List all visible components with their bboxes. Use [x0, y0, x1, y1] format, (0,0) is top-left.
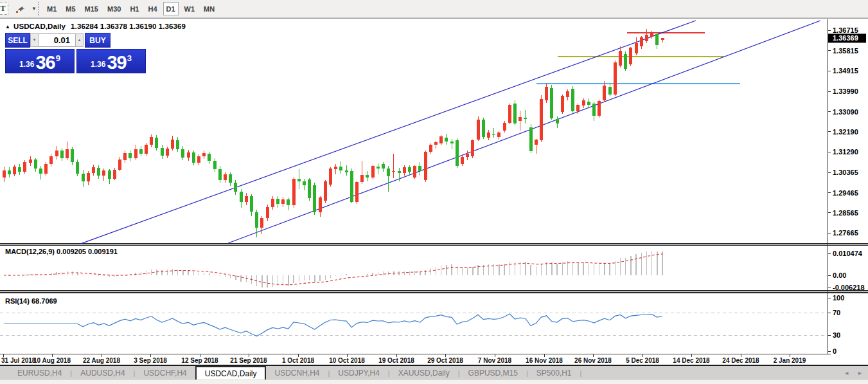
chart-tab-usdjpy[interactable]: USDJPY,H4 — [330, 366, 387, 379]
chart-tab-usdcnh[interactable]: USDCNH,H4 — [266, 366, 328, 379]
candle-body — [640, 37, 643, 46]
candle-body — [450, 142, 454, 143]
candle-body — [635, 43, 638, 53]
candle-body — [34, 160, 37, 169]
candle-body — [350, 171, 353, 202]
candle-body — [76, 162, 79, 173]
candle-body — [503, 123, 506, 131]
chart-tab-usdchf[interactable]: USDCHF,H4 — [135, 366, 195, 379]
candle-body — [614, 62, 617, 95]
macd-signal-line — [4, 254, 662, 285]
toolbar-separator — [38, 2, 40, 15]
candle-body — [118, 160, 121, 169]
candle-body — [424, 152, 427, 181]
candle-body — [403, 167, 406, 173]
date-axis-label: 26 Nov 2018 — [574, 357, 612, 364]
candle-body — [71, 149, 74, 162]
candle-body — [60, 151, 64, 158]
timeframe-button-mn[interactable]: MN — [200, 2, 218, 15]
candle-body — [39, 169, 42, 174]
status-strip — [0, 379, 868, 384]
candle-body — [508, 105, 511, 122]
candle-body — [250, 196, 253, 212]
toolbar-dropdown-caret[interactable]: ▼ — [30, 3, 38, 15]
channel-upper-trendline[interactable] — [80, 21, 696, 244]
candle-body — [255, 212, 258, 228]
candle-body — [650, 33, 653, 37]
timeframe-button-m5[interactable]: M5 — [62, 2, 78, 15]
timeframe-button-m15[interactable]: M15 — [82, 2, 102, 15]
candle-body — [49, 156, 53, 163]
candle-body — [329, 169, 332, 185]
sell-price-box[interactable]: 1.36 36 9 — [5, 49, 75, 73]
candle-body — [482, 120, 485, 136]
tab-scroll-left-icon[interactable]: ◄ — [844, 370, 849, 376]
candle-body — [192, 152, 195, 163]
candle-body — [308, 179, 311, 198]
mt4-application: { "toolbar": { "text_tool_glyph": "T", "… — [0, 0, 868, 384]
timeframe-button-h4[interactable]: H4 — [145, 2, 160, 15]
candle-body — [287, 199, 290, 205]
chart-tab-usdcad[interactable]: USDCAD,Daily — [195, 366, 267, 379]
candle-body — [166, 149, 169, 156]
candle-body — [371, 166, 375, 178]
date-axis-label: 31 Jul 2018 — [1, 357, 36, 364]
cursor-arrows-icon[interactable] — [13, 3, 30, 15]
chart-tab-audusd[interactable]: AUDUSD,H4 — [72, 366, 133, 379]
text-tool-icon[interactable]: T — [0, 3, 8, 15]
buy-button[interactable]: BUY — [85, 33, 111, 48]
sell-button[interactable]: SELL — [5, 33, 30, 48]
one-click-trade-panel: SELL ▼ ▲ BUY 1.36 36 9 1.36 39 3 — [5, 33, 146, 73]
candle-body — [524, 118, 527, 119]
volume-input[interactable] — [39, 33, 75, 47]
candle-body — [29, 160, 32, 163]
collapse-triangle-icon[interactable]: ▲ — [5, 24, 10, 30]
chart-tab-eurusd[interactable]: EURUSD,H4 — [9, 366, 70, 379]
price-axis-label: 1.27665 — [833, 229, 858, 237]
volume-decrease-button[interactable]: ▼ — [30, 33, 39, 47]
price-axis-label: 1.32190 — [833, 128, 858, 136]
candle-body — [392, 171, 395, 172]
candle-body — [619, 51, 622, 66]
candle-body — [366, 175, 369, 178]
buy-price-prefix: 1.36 — [91, 58, 105, 71]
date-axis-label: 3 Sep 2018 — [134, 357, 167, 364]
timeframe-button-m1[interactable]: M1 — [44, 2, 60, 15]
candle-body — [461, 157, 464, 163]
candle-body — [645, 35, 648, 41]
date-axis-label: 19 Oct 2018 — [378, 357, 414, 364]
candle-body — [466, 154, 469, 158]
date-axis-label: 2 Jan 2019 — [774, 357, 806, 364]
volume-increase-button[interactable]: ▲ — [75, 33, 84, 47]
timeframe-button-d1[interactable]: D1 — [163, 2, 179, 15]
rsi-name: RSI(14) — [5, 297, 30, 305]
candle-body — [661, 38, 664, 40]
chart-symbol-label: USDCAD,Daily — [13, 23, 66, 30]
channel-lower-trendline[interactable] — [228, 21, 820, 243]
candle-body — [592, 104, 596, 116]
macd-indicator-label: MACD(12,26,9) 0.009205 0.009191 — [5, 248, 118, 255]
candle-body — [624, 54, 627, 69]
candle-body — [398, 171, 401, 172]
chart-tab-gbpusd[interactable]: GBPUSD,M15 — [460, 366, 526, 379]
candle-body — [18, 167, 21, 172]
date-axis-label: 29 Oct 2018 — [427, 357, 463, 364]
candle-body — [266, 207, 269, 218]
date-axis-label: 1 Oct 2018 — [282, 357, 314, 364]
candle-body — [387, 169, 390, 177]
chart-tab-xauusd[interactable]: XAUUSD,Daily — [390, 366, 458, 379]
timeframe-button-w1[interactable]: W1 — [181, 2, 199, 15]
candle-body — [260, 218, 263, 228]
macd-value-main: 0.009205 — [57, 248, 86, 255]
timeframe-button-m30[interactable]: M30 — [104, 2, 124, 15]
buy-price-box[interactable]: 1.36 39 3 — [76, 49, 146, 73]
candle-body — [145, 145, 148, 154]
chart-tab-sp500[interactable]: SP500,H1 — [528, 366, 580, 379]
candle-body — [376, 167, 380, 168]
date-axis-label: 24 Dec 2018 — [722, 357, 759, 364]
candle-body — [23, 162, 26, 172]
timeframe-button-h1[interactable]: H1 — [127, 2, 142, 15]
price-axis-label: 1.29465 — [833, 189, 858, 197]
candle-body — [102, 170, 105, 176]
tab-scroll-right-icon[interactable]: ► — [857, 370, 863, 376]
